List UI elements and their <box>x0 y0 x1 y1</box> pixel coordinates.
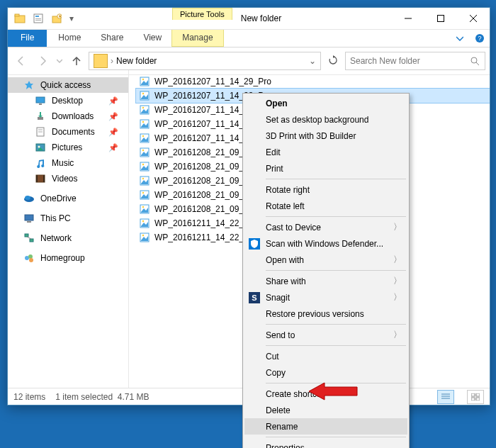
tab-manage[interactable]: Manage <box>171 30 223 47</box>
menu-rotate-right[interactable]: Rotate right <box>244 181 407 198</box>
nav-homegroup[interactable]: Homegroup <box>8 250 128 266</box>
nav-item-label: Pictures <box>52 142 82 152</box>
menu-rotate-left[interactable]: Rotate left <box>244 198 407 214</box>
svg-rect-4 <box>35 18 41 19</box>
recent-locations-icon[interactable] <box>55 52 64 70</box>
menu-snagit[interactable]: SSnagit〉 <box>244 289 407 306</box>
nav-item-pictures[interactable]: Pictures📌 <box>8 140 128 155</box>
videos-icon <box>35 173 46 184</box>
nav-item-music[interactable]: Music <box>8 155 128 171</box>
qat-newfolder-icon[interactable]: ★ <box>48 10 65 27</box>
search-box[interactable]: Search New folder <box>345 52 485 70</box>
menu-restore-previous-versions[interactable]: Restore previous versions <box>244 306 407 322</box>
svg-rect-30 <box>36 175 38 182</box>
menu-label: Copy <box>266 368 286 378</box>
qat-customize-icon[interactable]: ▾ <box>67 10 77 27</box>
menu-send-to[interactable]: Send to〉 <box>244 327 407 343</box>
tab-home[interactable]: Home <box>48 30 91 47</box>
svg-rect-37 <box>30 239 33 242</box>
nav-label: Homegroup <box>40 253 85 263</box>
nav-onedrive[interactable]: OneDrive <box>8 191 128 206</box>
svg-rect-81 <box>471 393 475 396</box>
address-path: New folder <box>113 56 306 66</box>
tab-file[interactable]: File <box>8 30 47 47</box>
image-file-icon <box>139 161 150 172</box>
menu-separator <box>266 437 406 437</box>
address-bar[interactable]: › New folder ⌄ <box>89 52 321 70</box>
menu-scan-with-windows-defender-[interactable]: Scan with Windows Defender... <box>244 235 407 252</box>
menu-label: Rename <box>266 422 298 432</box>
image-file-icon <box>139 189 150 201</box>
nav-item-documents[interactable]: Documents📌 <box>8 124 128 140</box>
menu-delete[interactable]: Delete <box>244 402 407 418</box>
back-button[interactable] <box>12 52 30 70</box>
menu-set-as-desktop-background[interactable]: Set as desktop background <box>244 111 407 128</box>
menu-edit[interactable]: Edit <box>244 144 407 160</box>
tab-share[interactable]: Share <box>91 30 133 47</box>
pin-icon: 📌 <box>108 143 118 152</box>
svg-text:S: S <box>252 293 257 302</box>
nav-network[interactable]: Network <box>8 230 128 246</box>
selection-status: 1 item selected 4.71 MB <box>55 392 149 402</box>
tab-view[interactable]: View <box>133 30 171 47</box>
menu-cut[interactable]: Cut <box>244 348 407 364</box>
image-file-icon <box>139 76 150 87</box>
menu-copy[interactable]: Copy <box>244 364 407 381</box>
nav-item-label: Downloads <box>52 111 94 121</box>
image-file-icon <box>139 232 150 243</box>
close-button[interactable] <box>457 8 490 29</box>
menu-label: Restore previous versions <box>266 309 364 319</box>
forward-button[interactable] <box>33 52 52 70</box>
menu-cast-to-device[interactable]: Cast to Device〉 <box>244 219 407 235</box>
svg-rect-1 <box>15 14 19 16</box>
menu-open-with[interactable]: Open with〉 <box>244 252 407 268</box>
nav-label: Network <box>40 233 72 243</box>
svg-point-40 <box>28 254 33 259</box>
menu-label: Rotate left <box>266 201 305 211</box>
help-button[interactable]: ? <box>470 30 490 47</box>
nav-item-label: Videos <box>52 174 77 184</box>
svg-rect-84 <box>476 398 480 401</box>
nav-quick-access[interactable]: Quick access <box>8 77 128 93</box>
qat-properties-icon[interactable] <box>30 10 47 27</box>
menu-open[interactable]: Open <box>244 95 407 111</box>
nav-item-desktop[interactable]: Desktop📌 <box>8 93 128 108</box>
svg-rect-36 <box>25 234 28 237</box>
nav-item-label: Music <box>52 158 74 168</box>
nav-item-downloads[interactable]: Downloads📌 <box>8 108 128 124</box>
svg-point-56 <box>142 135 144 137</box>
menu-label: Cut <box>266 352 279 362</box>
nav-this-pc[interactable]: This PC <box>8 211 128 226</box>
picture-tools-label: Picture Tools <box>172 8 232 20</box>
menu-rename[interactable]: Rename <box>244 418 407 435</box>
svg-point-65 <box>142 178 144 179</box>
refresh-button[interactable] <box>324 55 342 67</box>
pin-icon: 📌 <box>108 96 118 106</box>
svg-marker-88 <box>309 383 357 400</box>
file-item[interactable]: WP_20161207_11_14_29_Pro <box>136 74 490 89</box>
up-button[interactable] <box>67 52 86 70</box>
menu-share-with[interactable]: Share with〉 <box>244 273 407 289</box>
svg-point-77 <box>142 235 144 236</box>
submenu-arrow-icon: 〉 <box>393 291 402 303</box>
maximize-button[interactable] <box>424 8 457 29</box>
menu-properties[interactable]: Properties <box>244 439 407 448</box>
submenu-arrow-icon: 〉 <box>393 221 402 233</box>
thumbnails-view-button[interactable] <box>467 390 484 404</box>
minimize-button[interactable] <box>392 8 424 29</box>
svg-rect-34 <box>25 215 33 220</box>
svg-text:★: ★ <box>58 14 62 18</box>
menu-label: 3D Print with 3D Builder <box>266 131 356 141</box>
menu-label: Share with <box>266 276 306 286</box>
menu-label: Set as desktop background <box>266 115 368 125</box>
menu-print[interactable]: Print <box>244 160 407 177</box>
menu-label: Snagit <box>266 293 290 303</box>
image-file-icon <box>139 133 150 144</box>
pc-icon <box>23 213 35 224</box>
menu-3d-print-with-3d-builder[interactable]: 3D Print with 3D Builder <box>244 128 407 144</box>
svg-point-59 <box>142 150 144 151</box>
nav-item-videos[interactable]: Videos <box>8 171 128 186</box>
details-view-button[interactable] <box>437 390 454 404</box>
ribbon-expand-icon[interactable] <box>450 30 470 47</box>
address-dropdown-icon[interactable]: ⌄ <box>306 56 319 66</box>
